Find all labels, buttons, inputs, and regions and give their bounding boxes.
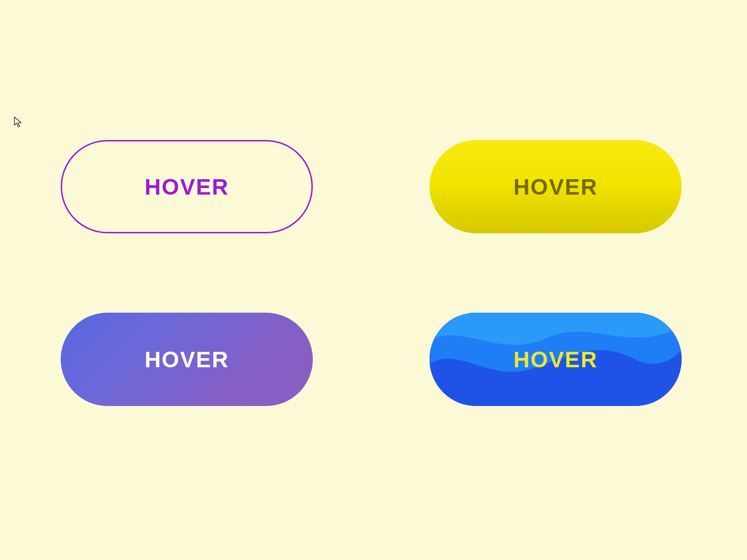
button-showcase-grid: HOVER HOVER HOVER HOVER xyxy=(0,0,747,406)
button-label: HOVER xyxy=(145,174,229,200)
cursor-pointer-icon xyxy=(14,117,22,130)
hover-button-blue-purple-gradient[interactable]: HOVER xyxy=(61,313,313,406)
button-label: HOVER xyxy=(514,347,598,372)
button-label: HOVER xyxy=(514,174,598,200)
hover-button-yellow[interactable]: HOVER xyxy=(430,140,682,233)
button-label: HOVER xyxy=(145,347,229,372)
hover-button-outlined-purple[interactable]: HOVER xyxy=(61,140,313,233)
hover-button-blue-wave[interactable]: HOVER xyxy=(430,313,682,406)
